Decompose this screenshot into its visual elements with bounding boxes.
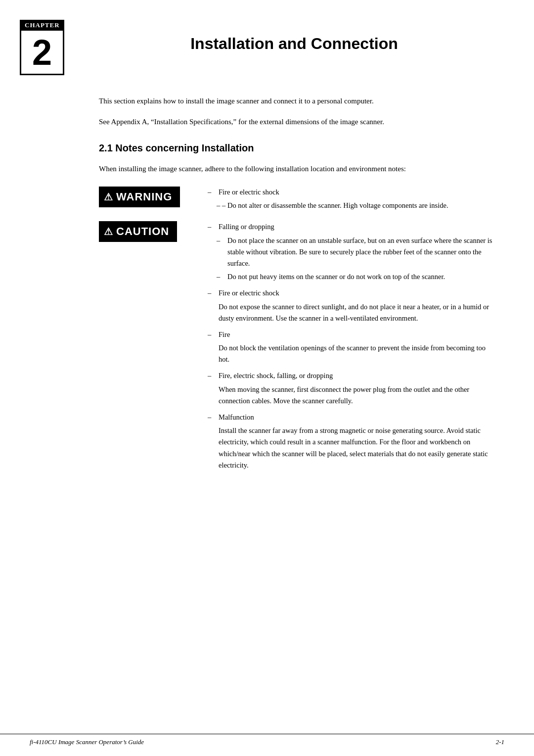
fire3-label: Fire, electric shock, falling, or droppi… [219, 370, 494, 381]
warning-label: WARNING [116, 190, 172, 203]
caution-falling-sub2: – Do not put heavy items on the scanner … [217, 271, 494, 283]
chapter-number: 2 [20, 31, 64, 75]
malfunction-label: Malfunction [219, 412, 494, 423]
warning-fire-item: – Fire or electric shock – – Do not alte… [208, 187, 494, 211]
subdash2: – [217, 271, 227, 283]
caution-falling-block: – Falling or dropping – Do not place the… [208, 221, 494, 283]
dash5: – [208, 412, 219, 423]
caution-content: – Falling or dropping – Do not place the… [208, 221, 494, 476]
warning-sub-item: – – Do not alter or disassemble the scan… [217, 200, 494, 211]
caution-malfunction-block: – Malfunction Install the scanner far aw… [208, 412, 494, 471]
header-area: CHAPTER 2 Installation and Connection [0, 0, 534, 85]
caution-falling-header: – Falling or dropping [208, 221, 494, 233]
warning-badge: ⚠ WARNING [99, 187, 180, 207]
dash4: – [208, 370, 219, 381]
warning-sub-text: Do not alter or disassemble the scanner.… [227, 200, 494, 211]
caution-fire-header: – Fire or electric shock [208, 287, 494, 299]
fire-body: Do not expose the scanner to direct sunl… [219, 301, 494, 324]
caution-falling-sub1: – Do not place the scanner on an unstabl… [217, 235, 494, 270]
chapter-label: CHAPTER [20, 20, 64, 31]
warning-dash: – [208, 187, 219, 198]
content-area: This section explains how to install the… [0, 85, 534, 491]
intro-para1: This section explains how to install the… [99, 95, 494, 107]
fire2-label: Fire [219, 329, 494, 340]
warning-fire-label: Fire or electric shock [219, 187, 494, 198]
warning-dash-label: – Fire or electric shock [208, 187, 494, 198]
fire3-body: When moving the scanner, first disconnec… [219, 384, 494, 407]
malfunction-body: Install the scanner far away from a stro… [219, 425, 494, 471]
caution-fire3-header: – Fire, electric shock, falling, or drop… [208, 370, 494, 381]
caution-badge: ⚠ CAUTION [99, 221, 177, 242]
page-container: CHAPTER 2 Installation and Connection Th… [0, 0, 534, 756]
fire-label: Fire or electric shock [219, 287, 494, 299]
page-title: Installation and Connection [84, 20, 504, 53]
caution-fire2-block: – Fire Do not block the ventilation open… [208, 329, 494, 366]
falling-label: Falling or dropping [219, 221, 494, 233]
subdash1: – [217, 235, 227, 270]
footer-page: 2-1 [496, 738, 504, 746]
caution-block: ⚠ CAUTION – Falling or dropping – Do not… [99, 221, 494, 476]
caution-icon: ⚠ [104, 226, 113, 237]
caution-label: CAUTION [116, 225, 169, 238]
section-2-1-heading: 2.1 Notes concerning Installation [99, 142, 494, 154]
caution-fire3-block: – Fire, electric shock, falling, or drop… [208, 370, 494, 407]
caution-malfunction-header: – Malfunction [208, 412, 494, 423]
fire2-body: Do not block the ventilation openings of… [219, 342, 494, 365]
intro-para2: See Appendix A, “Installation Specificat… [99, 116, 494, 128]
page-footer: fi-4110CU Image Scanner Operator’s Guide… [0, 734, 534, 746]
falling-sub1-text: Do not place the scanner on an unstable … [227, 235, 494, 270]
section-2-1-intro: When installing the image scanner, adher… [99, 163, 494, 175]
footer-title: fi-4110CU Image Scanner Operator’s Guide [30, 738, 144, 746]
dash2: – [208, 287, 219, 299]
dash3: – [208, 329, 219, 340]
falling-sub2-text: Do not put heavy items on the scanner or… [227, 271, 494, 283]
caution-fire2-header: – Fire [208, 329, 494, 340]
chapter-box: CHAPTER 2 [20, 20, 64, 75]
warning-badge-area: ⚠ WARNING [99, 187, 198, 207]
warning-content: – Fire or electric shock – – Do not alte… [208, 187, 494, 216]
warning-icon: ⚠ [104, 191, 113, 203]
caution-badge-area: ⚠ CAUTION [99, 221, 198, 242]
warning-block: ⚠ WARNING – Fire or electric shock – – D… [99, 187, 494, 216]
warning-sub-dash: – – [217, 200, 227, 211]
dash1: – [208, 221, 219, 233]
caution-fire-block: – Fire or electric shock Do not expose t… [208, 287, 494, 324]
